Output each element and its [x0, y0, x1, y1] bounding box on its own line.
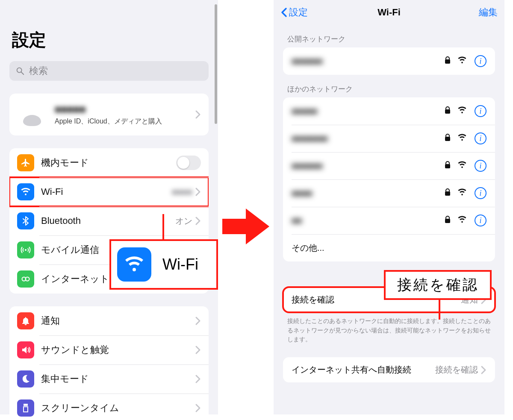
back-button[interactable]: 設定 [280, 6, 308, 19]
airplane-label: 機内モード [41, 156, 176, 169]
lock-icon [443, 216, 452, 225]
sounds-label: サウンドと触覚 [41, 344, 195, 356]
settings-root-screen: 設定 検索 ■■■■■ Apple ID、iCloud、メディアと購入 機内モー… [0, 0, 218, 414]
focus-icon [17, 370, 34, 388]
chevron-right-icon [195, 110, 201, 119]
wifi-strength-icon [456, 161, 469, 170]
lock-icon [443, 106, 452, 116]
info-icon[interactable]: i [475, 55, 486, 67]
svg-rect-6 [445, 59, 450, 64]
hotspot-icon [17, 270, 34, 288]
network-row[interactable]: ■■■■■ i [283, 97, 495, 125]
chevron-right-icon [195, 187, 201, 197]
callout-connector [439, 298, 440, 320]
info-icon[interactable]: i [475, 105, 486, 117]
network-row[interactable]: ■■■■■■■ i [283, 125, 495, 152]
profile-row[interactable]: ■■■■■ Apple ID、iCloud、メディアと購入 [9, 94, 209, 135]
notifications-label: 通知 [41, 314, 195, 327]
screentime-label: スクリーンタイム [41, 402, 195, 414]
avatar [17, 100, 47, 129]
wifi-callout: Wi-Fi [109, 239, 218, 290]
wifi-strength-icon [456, 106, 469, 116]
section-header-other: ほかのネットワーク [274, 75, 504, 97]
nav-title: Wi-Fi [274, 7, 504, 18]
info-icon[interactable]: i [475, 214, 486, 226]
wifi-row[interactable]: Wi-Fi ■■■■ [9, 177, 209, 206]
sounds-row[interactable]: サウンドと触覚 [9, 335, 209, 364]
ask-callout: 接続を確認 [384, 270, 492, 300]
svg-rect-10 [445, 191, 450, 196]
bluetooth-row[interactable]: Bluetooth オン [9, 206, 209, 235]
profile-subtitle: Apple ID、iCloud、メディアと購入 [55, 117, 195, 126]
transition-arrow-icon [218, 0, 274, 248]
wifi-label: Wi-Fi [41, 186, 172, 197]
auto-hotspot-row[interactable]: インターネット共有へ自動接続 接続を確認 [283, 357, 495, 382]
wifi-settings-screen: 設定 Wi-Fi 編集 公開ネットワーク ■■■■■■ i ほかのネットワーク … [274, 0, 504, 414]
lock-icon [443, 188, 452, 198]
svg-rect-9 [445, 164, 450, 168]
chevron-right-icon [481, 365, 486, 375]
bluetooth-label: Bluetooth [41, 215, 175, 226]
chevron-right-icon [195, 216, 201, 226]
network-row[interactable]: ■■■■■■ i [283, 47, 495, 75]
network-name: ■■■■■■ [292, 56, 443, 66]
chevron-right-icon [195, 374, 201, 384]
network-name: ■■ [292, 216, 443, 226]
airplane-toggle[interactable] [176, 156, 201, 170]
screentime-icon [17, 399, 34, 417]
svg-rect-11 [445, 219, 450, 223]
svg-rect-8 [445, 137, 450, 141]
scrollbar[interactable] [215, 4, 217, 124]
notifications-row[interactable]: 通知 [9, 306, 209, 335]
callout-connector [162, 214, 164, 241]
chevron-right-icon [195, 316, 201, 326]
chevron-right-icon [195, 345, 201, 355]
airplane-row[interactable]: 機内モード [9, 148, 209, 177]
general-group: 通知 サウンドと触覚 集中モード スクリーンタイム [9, 306, 209, 420]
lock-icon [443, 134, 452, 143]
focus-label: 集中モード [41, 373, 195, 385]
notifications-icon [17, 312, 34, 329]
wifi-strength-icon [456, 56, 469, 66]
airplane-icon [17, 154, 34, 171]
focus-row[interactable]: 集中モード [9, 364, 209, 394]
info-icon[interactable]: i [475, 160, 486, 172]
search-input[interactable]: 検索 [9, 61, 209, 81]
public-networks-card: ■■■■■■ i [283, 47, 495, 75]
wifi-strength-icon [456, 188, 469, 198]
profile-card: ■■■■■ Apple ID、iCloud、メディアと購入 [9, 94, 209, 135]
profile-name: ■■■■■ [55, 103, 195, 115]
screentime-row[interactable]: スクリーンタイム [9, 394, 209, 420]
back-label: 設定 [289, 6, 308, 19]
bluetooth-value: オン [175, 215, 192, 227]
page-title: 設定 [0, 3, 218, 61]
nav-bar: 設定 Wi-Fi 編集 [274, 0, 504, 25]
auto-hotspot-card: インターネット共有へ自動接続 接続を確認 [283, 357, 495, 382]
svg-point-2 [25, 249, 27, 251]
network-row[interactable]: ■■■■■■ i [283, 152, 495, 179]
network-row[interactable]: ■■ i [283, 207, 495, 234]
wifi-icon [17, 183, 34, 200]
other-networks-card: ■■■■■ i ■■■■■■■ i ■■■■■■ i ■■■■ i ■■ [283, 97, 495, 261]
info-icon[interactable]: i [475, 187, 486, 199]
wifi-strength-icon [456, 216, 469, 225]
svg-rect-7 [445, 109, 450, 114]
other-label: その他... [292, 242, 486, 254]
wifi-callout-label: Wi-Fi [162, 256, 198, 273]
ask-footer-text: 接続したことのあるネットワークに自動的に接続します。接続したことのあるネットワー… [274, 312, 504, 357]
edit-button[interactable]: 編集 [479, 6, 498, 19]
other-network-row[interactable]: その他... [283, 234, 495, 261]
svg-point-0 [17, 68, 22, 73]
chevron-right-icon [195, 403, 201, 413]
network-row[interactable]: ■■■■ i [283, 179, 495, 207]
lock-icon [443, 56, 452, 66]
bluetooth-icon [17, 212, 34, 229]
svg-line-1 [21, 72, 24, 75]
auto-hotspot-value: 接続を確認 [435, 364, 478, 376]
section-header-public: 公開ネットワーク [274, 25, 504, 47]
wifi-strength-icon [456, 134, 469, 143]
info-icon[interactable]: i [475, 132, 486, 144]
search-placeholder: 検索 [29, 65, 48, 77]
network-name: ■■■■■ [292, 106, 443, 116]
ask-callout-label: 接続を確認 [397, 275, 479, 295]
